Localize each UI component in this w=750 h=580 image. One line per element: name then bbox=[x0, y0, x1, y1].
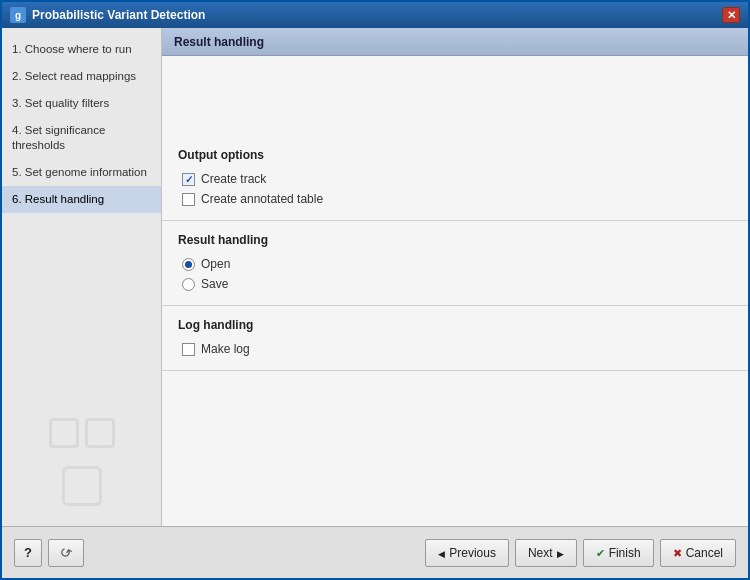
watermark bbox=[49, 418, 115, 506]
title-bar: g Probabilistic Variant Detection ✕ bbox=[2, 2, 748, 28]
create-track-row: Create track bbox=[178, 172, 732, 186]
sidebar-item-label: Result handling bbox=[25, 193, 104, 205]
save-label: Save bbox=[201, 277, 228, 291]
previous-arrow-icon bbox=[438, 546, 445, 560]
sidebar-item-number: 4. bbox=[12, 124, 25, 136]
sidebar-item-label: Choose where to run bbox=[25, 43, 132, 55]
help-button[interactable]: ? bbox=[14, 539, 42, 567]
bottom-bar: ? ↺ Previous Next Finish Cancel bbox=[2, 526, 748, 578]
save-row: Save bbox=[178, 277, 732, 291]
close-button[interactable]: ✕ bbox=[722, 7, 740, 23]
make-log-label: Make log bbox=[201, 342, 250, 356]
create-annotated-table-row: Create annotated table bbox=[178, 192, 732, 206]
sidebar-item-number: 6. bbox=[12, 193, 25, 205]
sidebar-item-set-quality-filters[interactable]: 3. Set quality filters bbox=[2, 90, 161, 117]
sidebar-item-choose-where[interactable]: 1. Choose where to run bbox=[2, 36, 161, 63]
main-content: 1. Choose where to run 2. Select read ma… bbox=[2, 28, 748, 526]
open-label: Open bbox=[201, 257, 230, 271]
sidebar-item-set-significance-thresholds[interactable]: 4. Set significance thresholds bbox=[2, 117, 161, 159]
cancel-label: Cancel bbox=[686, 546, 723, 560]
sidebar-item-label: Set quality filters bbox=[25, 97, 109, 109]
title-bar-left: g Probabilistic Variant Detection bbox=[10, 7, 205, 23]
finish-button[interactable]: Finish bbox=[583, 539, 654, 567]
previous-label: Previous bbox=[449, 546, 496, 560]
sidebar-item-number: 1. bbox=[12, 43, 25, 55]
content-header: Result handling bbox=[162, 28, 748, 56]
cancel-button[interactable]: Cancel bbox=[660, 539, 736, 567]
main-window: g Probabilistic Variant Detection ✕ 1. C… bbox=[0, 0, 750, 580]
sidebar-item-label: Set genome information bbox=[25, 166, 147, 178]
previous-button[interactable]: Previous bbox=[425, 539, 509, 567]
log-handling-title: Log handling bbox=[178, 318, 732, 332]
finish-label: Finish bbox=[609, 546, 641, 560]
cancel-x-icon bbox=[673, 546, 682, 560]
content-body: Output options Create track Create annot… bbox=[162, 56, 748, 526]
app-icon: g bbox=[10, 7, 26, 23]
output-options-section: Output options Create track Create annot… bbox=[162, 136, 748, 221]
next-arrow-icon bbox=[557, 546, 564, 560]
next-label: Next bbox=[528, 546, 553, 560]
sidebar-item-label: Select read mappings bbox=[25, 70, 136, 82]
refresh-button[interactable]: ↺ bbox=[48, 539, 84, 567]
sidebar-item-set-genome-information[interactable]: 5. Set genome information bbox=[2, 159, 161, 186]
sidebar-item-number: 5. bbox=[12, 166, 25, 178]
save-radio[interactable] bbox=[182, 278, 195, 291]
sidebar-item-number: 2. bbox=[12, 70, 25, 82]
create-annotated-table-checkbox[interactable] bbox=[182, 193, 195, 206]
log-handling-section: Log handling Make log bbox=[162, 306, 748, 371]
create-track-label: Create track bbox=[201, 172, 266, 186]
sidebar-item-number: 3. bbox=[12, 97, 25, 109]
open-row: Open bbox=[178, 257, 732, 271]
create-annotated-table-label: Create annotated table bbox=[201, 192, 323, 206]
refresh-icon: ↺ bbox=[57, 543, 75, 563]
sidebar-item-result-handling[interactable]: 6. Result handling bbox=[2, 186, 161, 213]
make-log-checkbox[interactable] bbox=[182, 343, 195, 356]
make-log-row: Make log bbox=[178, 342, 732, 356]
result-handling-title: Result handling bbox=[178, 233, 732, 247]
result-handling-section: Result handling Open Save bbox=[162, 221, 748, 306]
finish-check-icon bbox=[596, 546, 605, 560]
top-spacer bbox=[162, 56, 748, 136]
sidebar: 1. Choose where to run 2. Select read ma… bbox=[2, 28, 162, 526]
sidebar-item-select-read-mappings[interactable]: 2. Select read mappings bbox=[2, 63, 161, 90]
output-options-title: Output options bbox=[178, 148, 732, 162]
bottom-left-buttons: ? ↺ bbox=[14, 539, 84, 567]
content-area: Result handling Output options Create tr… bbox=[162, 28, 748, 526]
bottom-right-buttons: Previous Next Finish Cancel bbox=[425, 539, 736, 567]
window-title: Probabilistic Variant Detection bbox=[32, 8, 205, 22]
next-button[interactable]: Next bbox=[515, 539, 577, 567]
sidebar-item-label: Set significance thresholds bbox=[12, 124, 105, 151]
open-radio[interactable] bbox=[182, 258, 195, 271]
create-track-checkbox[interactable] bbox=[182, 173, 195, 186]
